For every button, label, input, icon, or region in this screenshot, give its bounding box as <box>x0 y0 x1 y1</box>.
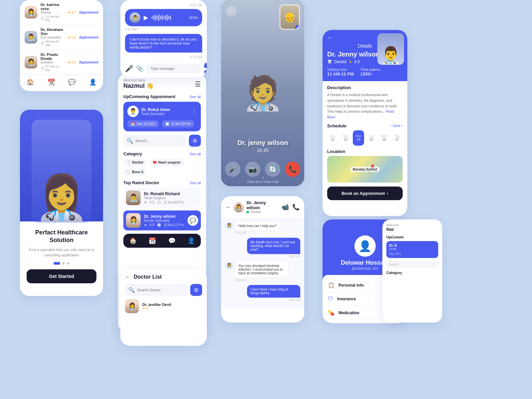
video-back-button[interactable]: ← <box>226 6 236 17</box>
send-button[interactable]: ▶ <box>204 63 207 74</box>
search-input[interactable] <box>135 139 183 143</box>
date-chip-0[interactable]: Sat 12 <box>327 130 338 146</box>
map-pin-icon: 📍 <box>369 164 376 171</box>
splash-subtitle: Find a specialist that you only need on … <box>27 247 96 258</box>
appoint-btn-2[interactable]: Appoinment <box>79 61 98 64</box>
chat-doctor-name: Dr. Jenny wilson <box>246 200 279 210</box>
clock-icon-0: 🕐 <box>41 17 45 20</box>
mute-button[interactable]: 🎤 <box>225 162 240 177</box>
date-chip-5[interactable]: Thu 17 <box>391 130 403 146</box>
details-specialty: Dentist <box>334 60 346 64</box>
wbar-4 <box>157 16 158 20</box>
chip-bone[interactable]: 🦴 Bone S <box>123 169 147 176</box>
home-nav-home-icon[interactable]: 🏠 <box>129 237 137 244</box>
details-body: Description A Dentist is a medical profe… <box>323 81 407 204</box>
date-chip-1[interactable]: Sun 13 <box>340 130 351 146</box>
date-chip-3[interactable]: Tue 15 <box>366 130 377 146</box>
bg-doc-spec: Tooth <box>389 247 436 251</box>
wbar-11 <box>168 16 169 19</box>
appoint-btn-1[interactable]: Appoinment <box>79 36 98 39</box>
chip-dentist[interactable]: 🦷 Dentist <box>123 159 147 166</box>
doctor-search-input[interactable] <box>137 288 184 292</box>
msg-timestamp: 8:55 AM <box>125 55 202 59</box>
background-right-card: Welcome Naz UpCommi Dr. R Tooth Sep 18.2… <box>382 219 442 323</box>
doctor-list-back-button[interactable]: ← <box>125 274 130 280</box>
doctor-spec-1: Eye specialist <box>41 36 64 39</box>
date-chip-2-active[interactable]: Mon 14 <box>353 130 364 146</box>
wbar-12 <box>170 15 171 20</box>
appt-doc-info: Dr. Rohul Alom Tooth,Specialist <box>141 107 170 116</box>
refresh-badge[interactable]: ↻ <box>295 25 300 30</box>
chat-bubble-icon[interactable]: 💬 <box>188 215 198 226</box>
chat-msg-0: 👩‍⚕️ Hello,how can I help you? 8:30 AM <box>225 221 300 234</box>
chat-body: 👩‍⚕️ Hello,how can I help you? 8:30 AM M… <box>221 218 304 308</box>
video-doctor-name: Dr. jenny wilson <box>221 139 304 147</box>
top-doc-spec-0: Heart Surgeon <box>144 196 184 200</box>
wbar-1 <box>152 16 153 19</box>
chat-bubble-sent-1: My theeth hurt a lot, I can't eat anythi… <box>247 238 300 254</box>
category-see-all-link[interactable]: See all <box>190 152 201 156</box>
end-call-button[interactable]: 📞 <box>285 162 300 177</box>
bg-search-field: Search <box>386 261 438 268</box>
hamburger-menu-icon[interactable]: ☰ <box>195 80 201 88</box>
doctor-time-0: 🕐 11 Am-04 Pm <box>41 15 64 22</box>
appt-options-icon[interactable]: ⋮ <box>192 108 197 115</box>
bg-category-label: Category <box>386 271 438 275</box>
doctor-face-icon: 🧑‍⚕️ <box>242 73 284 113</box>
welcome-row: Welcome back Nazmul 👋 ☰ <box>123 78 201 89</box>
upcoming-see-all-link[interactable]: See all <box>190 95 201 99</box>
appt-details-row: 📅 Sep 18,2022 🕐 11 Am-03 Pm <box>127 120 197 127</box>
details-stats: Visiting hour 11 AM-12 PM Total patient … <box>327 67 403 76</box>
top-rated-see-all[interactable]: See all <box>190 181 201 185</box>
book-appointment-button[interactable]: Book an Appoinment › <box>327 187 403 200</box>
chat-msg-3: I don't think I have king of things befo… <box>225 285 300 302</box>
doctor-row-1: 👨‍⚕️ Dr. Abraham Sen Eye specialist 🕐 08… <box>20 25 103 50</box>
chat-msg-content-0: Hello,how can I help you? 8:30 AM <box>235 221 280 234</box>
doctor-search-wrap[interactable]: 🔍 <box>125 284 188 296</box>
chat-back-button[interactable]: ← <box>226 204 231 210</box>
nav-profile-icon[interactable]: 👤 <box>89 78 96 86</box>
search-input-wrap[interactable]: 🔍 <box>123 135 186 147</box>
clock-icon-top-0: 🕐 <box>157 200 161 204</box>
video-call-icon[interactable]: 📹 <box>282 203 289 211</box>
video-toggle-button[interactable]: 📷 <box>245 162 260 177</box>
personal-info-icon: 📋 <box>328 282 334 288</box>
clock-icon-2: 🕐 <box>41 66 45 70</box>
message-input[interactable] <box>146 64 201 73</box>
home-nav-calendar-icon[interactable]: 📆 <box>149 237 156 244</box>
appt-doc-spec: Tooth,Specialist <box>141 112 170 116</box>
bg-doc-meta: Sep 18.2 <box>389 252 436 255</box>
message-input-row: 🎤 📎 ▶ <box>125 63 202 74</box>
camera-flip-button[interactable]: 🔄 <box>265 162 280 177</box>
home-nav-chat-icon[interactable]: 💬 <box>168 237 176 244</box>
schedule-month-nav[interactable]: ‹ June › <box>390 124 403 128</box>
get-started-button[interactable]: Get Started <box>27 269 96 283</box>
wbar-9 <box>165 15 166 20</box>
play-button[interactable]: ▶ <box>144 14 148 21</box>
doctor-filter-button[interactable]: ⚙ <box>190 284 202 296</box>
onboarding-dots <box>54 262 69 265</box>
nav-calendar-icon[interactable]: 📆 <box>48 78 55 86</box>
chip-heart-surgeon[interactable]: ❤️ Heart surgeon <box>149 159 184 166</box>
details-back-button[interactable]: ← <box>327 35 332 41</box>
date-chip-4[interactable]: Wed 16 <box>379 130 390 146</box>
top-doc-name-1: Dr. Jenny wilson <box>144 214 184 219</box>
filter-button[interactable]: ⚙ <box>189 135 201 147</box>
nav-chat-icon[interactable]: 💬 <box>68 78 75 86</box>
appoint-btn-0[interactable]: Appoinment <box>79 11 98 14</box>
chat-msg-content-2: You mey develped becterial infection. I … <box>235 261 288 282</box>
home-nav-profile-icon[interactable]: 👤 <box>188 237 195 244</box>
nav-home-icon[interactable]: 🏠 <box>27 78 34 86</box>
voice-call-icon[interactable]: 📞 <box>292 203 300 211</box>
audio-timestamp-2: 8:55 AM <box>125 28 202 31</box>
mic-button[interactable]: 🎤 <box>125 65 133 72</box>
category-chips: 🦷 Dentist ❤️ Heart surgeon 🦴 Bone S <box>123 159 201 176</box>
attach-button[interactable]: 📎 <box>136 65 143 72</box>
appt-doc-avatar: 👨‍⚕️ <box>127 106 139 117</box>
avatar-2: 🧑‍⚕️ <box>25 56 37 68</box>
total-patient-label: Total patient <box>360 67 380 71</box>
location-map[interactable]: Bandar,Sylhet 📍 <box>327 156 403 183</box>
audio-player[interactable]: 👨‍⚕️ ▶ 02:44 <box>125 9 202 26</box>
top-doc-meta-0: ★4.3 🕐11 Am-03 Pm <box>144 200 184 204</box>
bg-upcoming-label: UpCommi <box>386 235 438 239</box>
